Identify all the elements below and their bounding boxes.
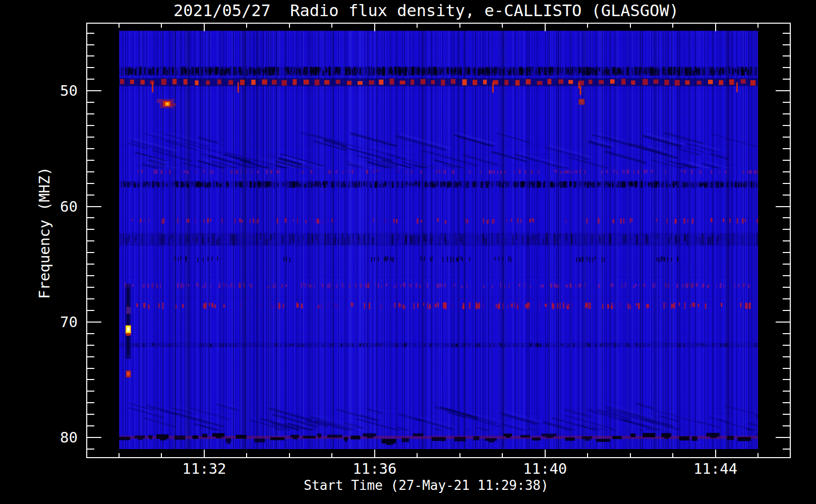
x-tick-label: 11:40 [510, 461, 580, 477]
x-axis-minor-tick [246, 453, 247, 457]
y-axis-minor-tick-right [783, 425, 790, 426]
y-axis-minor-tick-right [783, 125, 790, 126]
x-axis-minor-tick [587, 453, 588, 457]
x-axis-minor-tick [161, 453, 162, 457]
x-tick-label: 11:36 [339, 461, 410, 477]
y-axis-minor-tick-right [783, 55, 790, 56]
y-axis-minor-tick-right [783, 298, 790, 299]
y-axis-minor-tick [87, 379, 94, 380]
y-axis-minor-tick [87, 264, 94, 265]
spectrogram-figure: 2021/05/27 Radio flux density, e-CALLIST… [0, 0, 816, 504]
x-tick-label: 11:32 [169, 461, 240, 477]
x-axis-major-tick [545, 450, 546, 457]
chart-title: 2021/05/27 Radio flux density, e-CALLIST… [173, 1, 679, 20]
y-axis-minor-tick [87, 55, 94, 56]
y-axis-minor-tick [87, 252, 94, 253]
x-axis-minor-tick [757, 453, 759, 457]
y-axis-minor-tick-right [783, 356, 790, 357]
y-axis-minor-tick-right [783, 79, 790, 80]
y-axis-minor-tick-right [783, 240, 790, 241]
x-axis-minor-tick-top [161, 24, 162, 28]
x-axis-minor-tick-top [757, 24, 759, 28]
x-axis-major-tick [204, 450, 205, 457]
spectrogram-image [119, 31, 758, 449]
y-axis-minor-tick-right [783, 391, 790, 392]
x-axis-minor-tick [459, 453, 460, 457]
y-axis-minor-tick [87, 217, 94, 218]
y-axis-minor-tick-right [783, 44, 790, 45]
y-axis-minor-tick [87, 171, 94, 172]
y-axis-minor-tick [87, 44, 94, 45]
y-axis-minor-tick-right [783, 195, 790, 196]
y-axis-minor-tick-right [783, 160, 790, 161]
y-axis-minor-tick-right [783, 333, 790, 334]
y-axis-minor-tick-right [783, 345, 790, 346]
y-axis-minor-tick-right [783, 217, 790, 218]
x-axis-minor-tick-top [289, 24, 290, 28]
y-axis-major-tick-right [776, 322, 790, 323]
y-axis-minor-tick [87, 425, 94, 426]
y-axis-minor-tick [87, 33, 94, 34]
y-axis-minor-tick [87, 402, 94, 403]
x-axis-minor-tick [672, 453, 673, 457]
y-axis-minor-tick [87, 160, 94, 161]
x-axis-minor-tick-top [587, 24, 588, 28]
y-axis-minor-tick-right [783, 264, 790, 265]
x-axis-minor-tick-top [672, 24, 673, 28]
x-axis-minor-tick-top [459, 24, 460, 28]
y-axis-minor-tick [87, 229, 94, 230]
y-axis-major-tick [87, 90, 101, 91]
y-axis-major-tick [87, 206, 101, 207]
y-axis-minor-tick-right [783, 113, 790, 114]
y-axis-minor-tick [87, 356, 94, 357]
y-axis-minor-tick [87, 67, 94, 68]
x-tick-label: 11:44 [680, 461, 751, 477]
x-axis-minor-tick [417, 453, 418, 457]
x-axis-minor-tick [289, 453, 290, 457]
y-axis-minor-tick-right [783, 275, 790, 276]
y-axis-minor-tick [87, 275, 94, 276]
y-axis-major-tick [87, 437, 101, 438]
y-axis-minor-tick [87, 368, 94, 369]
x-axis-major-tick-top [545, 24, 546, 31]
y-axis-minor-tick-right [783, 414, 790, 415]
x-axis-major-tick-top [204, 24, 205, 31]
y-axis-minor-tick-right [783, 67, 790, 68]
y-axis-major-tick [87, 322, 101, 323]
y-axis-minor-tick-right [783, 310, 790, 311]
y-axis-minor-tick-right [783, 449, 790, 450]
y-axis-minor-tick-right [783, 229, 790, 230]
y-axis-minor-tick-right [783, 102, 790, 103]
y-axis-minor-tick-right [783, 287, 790, 288]
x-axis-major-tick-top [715, 24, 716, 31]
y-axis-minor-tick-right [783, 402, 790, 403]
y-axis-minor-tick-right [783, 137, 790, 138]
y-axis-minor-tick-right [783, 148, 790, 149]
x-axis-minor-tick [630, 453, 631, 457]
y-axis-minor-tick [87, 240, 94, 241]
y-axis-minor-tick [87, 449, 94, 450]
y-axis-minor-tick [87, 113, 94, 114]
x-axis-minor-tick [502, 453, 503, 457]
x-axis-minor-tick-top [502, 24, 503, 28]
y-tick-label: 60 [14, 199, 78, 215]
y-axis-minor-tick [87, 125, 94, 126]
x-axis-minor-tick-top [630, 24, 631, 28]
y-axis-minor-tick-right [783, 379, 790, 380]
y-axis-minor-tick-right [783, 183, 790, 184]
y-tick-label: 80 [14, 429, 78, 446]
x-axis-major-tick [374, 450, 375, 457]
y-axis-minor-tick [87, 148, 94, 149]
y-axis-major-tick-right [776, 90, 790, 91]
y-axis-minor-tick-right [783, 171, 790, 172]
x-axis-minor-tick-top [331, 24, 332, 28]
x-axis-major-tick-top [374, 24, 375, 31]
y-axis-title: Frequency (MHZ) [36, 167, 53, 299]
y-axis-minor-tick [87, 79, 94, 80]
y-tick-label: 70 [14, 314, 78, 330]
y-axis-major-tick-right [776, 437, 790, 438]
y-axis-minor-tick-right [783, 368, 790, 369]
y-axis-minor-tick-right [783, 252, 790, 253]
y-axis-minor-tick [87, 391, 94, 392]
x-axis-major-tick [715, 450, 716, 457]
